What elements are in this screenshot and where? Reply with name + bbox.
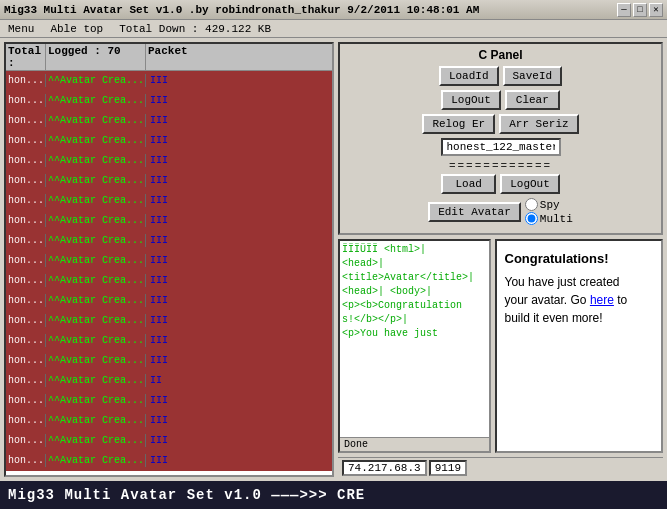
cell-logged: ^^Avatar Crea...: [46, 194, 146, 207]
able-top-menu-item[interactable]: Able top: [46, 23, 107, 35]
title-bar: Mig33 Multi Avatar Set v1.0 .by robindro…: [0, 0, 667, 20]
table-row[interactable]: hon...^^Avatar Crea...III: [6, 211, 332, 231]
table-row[interactable]: hon...^^Avatar Crea...III: [6, 351, 332, 371]
relog-er-button[interactable]: Relog Er: [422, 114, 495, 134]
table-row[interactable]: hon...^^Avatar Crea...III: [6, 191, 332, 211]
table-row[interactable]: hon...^^Avatar Crea...III: [6, 291, 332, 311]
congrats-text1: You have just created: [505, 275, 620, 289]
multi-label: Multi: [540, 213, 573, 225]
table-row[interactable]: hon...^^Avatar Crea...III: [6, 331, 332, 351]
cell-logged: ^^Avatar Crea...: [46, 214, 146, 227]
cell-total: hon...: [6, 354, 46, 367]
table-row[interactable]: hon...^^Avatar Crea...III: [6, 451, 332, 471]
cp-row-username: [344, 138, 657, 156]
control-panel: C Panel LoadId SaveId LogOut Clear Relog…: [338, 42, 663, 235]
cell-packet: III: [146, 394, 332, 407]
cell-logged: ^^Avatar Crea...: [46, 94, 146, 107]
table-row[interactable]: hon...^^Avatar Crea...II: [6, 371, 332, 391]
load-button[interactable]: Load: [441, 174, 496, 194]
minimize-button[interactable]: ─: [617, 3, 631, 17]
cell-packet: III: [146, 334, 332, 347]
edit-avatar-button[interactable]: Edit Avatar: [428, 202, 521, 222]
save-id-button[interactable]: SaveId: [503, 66, 563, 86]
table-row[interactable]: hon...^^Avatar Crea...III: [6, 271, 332, 291]
cell-packet: III: [146, 414, 332, 427]
cell-total: hon...: [6, 314, 46, 327]
bottom-bar: Mig33 Multi Avatar Set v1.0 ———>>> CRE: [0, 481, 667, 509]
cell-total: hon...: [6, 94, 46, 107]
col-total-header: Total :: [6, 44, 46, 70]
multi-radio-row: Multi: [525, 212, 573, 225]
cell-total: hon...: [6, 454, 46, 467]
cp-row-5: Edit Avatar Spy Multi: [344, 198, 657, 225]
table-row[interactable]: hon...^^Avatar Crea...III: [6, 91, 332, 111]
arr-seriz-button[interactable]: Arr Seriz: [499, 114, 578, 134]
load-id-button[interactable]: LoadId: [439, 66, 499, 86]
cell-packet: III: [146, 134, 332, 147]
cp-separator: ============: [344, 160, 657, 172]
cell-packet: III: [146, 454, 332, 467]
cell-packet: III: [146, 434, 332, 447]
cell-logged: ^^Avatar Crea...: [46, 294, 146, 307]
cell-total: hon...: [6, 274, 46, 287]
cell-packet: III: [146, 114, 332, 127]
table-row[interactable]: hon...^^Avatar Crea...III: [6, 311, 332, 331]
log-out-button[interactable]: LogOut: [441, 90, 501, 110]
congrats-text3: to: [614, 293, 627, 307]
cell-logged: ^^Avatar Crea...: [46, 314, 146, 327]
table-row[interactable]: hon...^^Avatar Crea...III: [6, 151, 332, 171]
table-row[interactable]: hon...^^Avatar Crea...III: [6, 171, 332, 191]
cell-total: hon...: [6, 114, 46, 127]
cell-logged: ^^Avatar Crea...: [46, 254, 146, 267]
table-body[interactable]: hon...^^Avatar Crea...IIIhon...^^Avatar …: [6, 71, 332, 475]
close-button[interactable]: ✕: [649, 3, 663, 17]
cell-packet: III: [146, 254, 332, 267]
cell-packet: III: [146, 354, 332, 367]
logout-button[interactable]: LogOut: [500, 174, 560, 194]
cell-logged: ^^Avatar Crea...: [46, 434, 146, 447]
table-row[interactable]: hon...^^Avatar Crea...III: [6, 111, 332, 131]
cell-total: hon...: [6, 74, 46, 87]
spy-radio[interactable]: [525, 198, 538, 211]
table-row[interactable]: hon...^^Avatar Crea...III: [6, 71, 332, 91]
cell-logged: ^^Avatar Crea...: [46, 334, 146, 347]
cell-total: hon...: [6, 394, 46, 407]
table-row[interactable]: hon...^^Avatar Crea...III: [6, 431, 332, 451]
menu-bar: Menu Able top Total Down : 429.122 KB: [0, 20, 667, 38]
left-panel: Total : Logged : 70 Packet hon...^^Avata…: [4, 42, 334, 477]
multi-radio[interactable]: [525, 212, 538, 225]
mode-radio-group: Spy Multi: [525, 198, 573, 225]
table-row[interactable]: hon...^^Avatar Crea...III: [6, 391, 332, 411]
col-packet-header: Packet: [146, 44, 332, 70]
total-download-label: Total Down : 429.122 KB: [119, 23, 271, 35]
table-row[interactable]: hon...^^Avatar Crea...III: [6, 411, 332, 431]
cell-total: hon...: [6, 214, 46, 227]
table-row[interactable]: hon...^^Avatar Crea...III: [6, 251, 332, 271]
browser-panel[interactable]: ÏÏÏÜÏÏ <html>|<head>|<title>Avatar</titl…: [338, 239, 491, 453]
menu-menu-item[interactable]: Menu: [4, 23, 38, 35]
congrats-panel: Congratulations! You have just created y…: [495, 239, 664, 453]
cell-total: hon...: [6, 234, 46, 247]
cell-logged: ^^Avatar Crea...: [46, 74, 146, 87]
browser-status: Done: [340, 437, 489, 451]
username-input[interactable]: [441, 138, 561, 156]
cell-logged: ^^Avatar Crea...: [46, 134, 146, 147]
spy-label: Spy: [540, 199, 560, 211]
congrats-body: You have just created your avatar. Go he…: [505, 273, 654, 327]
cell-packet: III: [146, 214, 332, 227]
maximize-button[interactable]: □: [633, 3, 647, 17]
cell-logged: ^^Avatar Crea...: [46, 114, 146, 127]
cell-packet: II: [146, 374, 332, 387]
ip-box: 74.217.68.3: [342, 460, 427, 476]
cell-logged: ^^Avatar Crea...: [46, 174, 146, 187]
cell-packet: III: [146, 74, 332, 87]
cell-packet: III: [146, 194, 332, 207]
right-sections: ÏÏÏÜÏÏ <html>|<head>|<title>Avatar</titl…: [338, 239, 663, 453]
table-row[interactable]: hon...^^Avatar Crea...III: [6, 231, 332, 251]
table-row[interactable]: hon...^^Avatar Crea...III: [6, 131, 332, 151]
congrats-title: Congratulations!: [505, 249, 654, 269]
congrats-link[interactable]: here: [590, 293, 614, 307]
table-header: Total : Logged : 70 Packet: [6, 44, 332, 71]
cell-packet: III: [146, 234, 332, 247]
clear-button[interactable]: Clear: [505, 90, 560, 110]
